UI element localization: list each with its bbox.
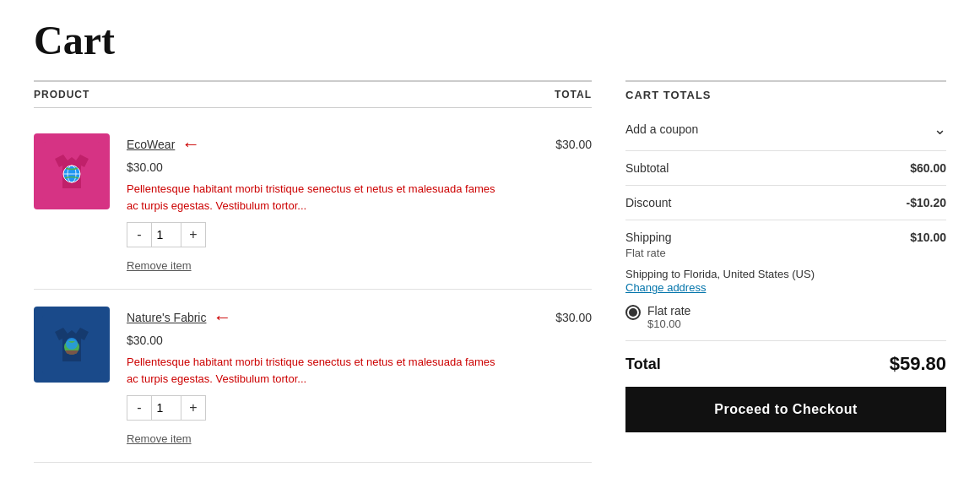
arrow-icon-ecowear: ← bbox=[181, 133, 200, 155]
item-total-natures-fabric: $30.00 bbox=[507, 307, 592, 324]
discount-value: -$10.20 bbox=[907, 196, 946, 209]
shipping-to-text: Shipping to Florida, United States (US) bbox=[625, 268, 946, 280]
qty-increase-natures-fabric[interactable]: + bbox=[181, 396, 205, 420]
item-total-ecowear: $30.00 bbox=[507, 133, 592, 151]
total-label: Total bbox=[625, 356, 661, 373]
flat-rate-option[interactable]: Flat rate $10.00 bbox=[625, 304, 946, 330]
discount-row: Discount -$10.20 bbox=[625, 186, 946, 220]
table-row: EcoWear ← $30.00 Pellentesque habitant m… bbox=[34, 117, 592, 290]
svg-point-6 bbox=[66, 338, 78, 350]
subtotal-label: Subtotal bbox=[625, 161, 669, 175]
page-title: Cart bbox=[34, 17, 946, 63]
product-image-ecowear bbox=[34, 133, 110, 209]
quantity-control-natures-fabric: - + bbox=[127, 395, 206, 421]
flat-rate-option-details: Flat rate $10.00 bbox=[647, 304, 690, 330]
table-row: Nature's Fabric ← $30.00 Pellentesque ha… bbox=[34, 290, 592, 463]
radio-selected-dot bbox=[629, 308, 637, 317]
coupon-label: Add a coupon bbox=[625, 122, 698, 136]
discount-label: Discount bbox=[625, 196, 671, 209]
shipping-row: Shipping Flat rate $10.00 bbox=[625, 231, 946, 259]
cart-totals-section: CART TOTALS Add a coupon ⌄ Subtotal $60.… bbox=[625, 80, 946, 463]
item-details-ecowear: EcoWear ← $30.00 Pellentesque habitant m… bbox=[127, 133, 507, 272]
subtotal-row: Subtotal $60.00 bbox=[625, 151, 946, 186]
remove-item-ecowear[interactable]: Remove item bbox=[127, 259, 192, 272]
chevron-down-icon: ⌄ bbox=[934, 120, 946, 138]
shipping-value: $10.00 bbox=[910, 231, 946, 244]
flat-rate-option-price: $10.00 bbox=[647, 318, 690, 330]
flat-rate-label: Flat rate bbox=[625, 247, 672, 259]
item-desc-ecowear: Pellentesque habitant morbi tristique se… bbox=[127, 181, 507, 214]
shipping-label: Shipping bbox=[625, 231, 672, 244]
cart-totals-header: CART TOTALS bbox=[625, 80, 946, 108]
subtotal-value: $60.00 bbox=[910, 161, 946, 175]
qty-decrease-natures-fabric[interactable]: - bbox=[127, 396, 151, 420]
flat-rate-option-label: Flat rate bbox=[647, 304, 690, 318]
remove-item-natures-fabric[interactable]: Remove item bbox=[127, 432, 192, 445]
item-name-natures-fabric[interactable]: Nature's Fabric bbox=[127, 311, 206, 324]
total-column-header: TOTAL bbox=[507, 89, 592, 100]
arrow-icon-natures-fabric: ← bbox=[213, 307, 231, 328]
product-column-header: PRODUCT bbox=[34, 89, 507, 100]
add-coupon-row[interactable]: Add a coupon ⌄ bbox=[625, 108, 946, 151]
flat-rate-radio[interactable] bbox=[625, 305, 641, 320]
cart-table-header: PRODUCT TOTAL bbox=[34, 80, 592, 108]
shipping-section: Shipping Flat rate $10.00 Shipping to Fl… bbox=[625, 220, 946, 341]
item-desc-natures-fabric: Pellentesque habitant morbi tristique se… bbox=[127, 354, 507, 387]
qty-input-ecowear[interactable] bbox=[151, 223, 181, 247]
item-name-ecowear[interactable]: EcoWear bbox=[127, 138, 175, 151]
qty-increase-ecowear[interactable]: + bbox=[181, 223, 205, 247]
total-row: Total $59.80 bbox=[625, 341, 946, 387]
qty-input-natures-fabric[interactable] bbox=[151, 396, 181, 420]
checkout-button[interactable]: Proceed to Checkout bbox=[625, 387, 946, 432]
qty-decrease-ecowear[interactable]: - bbox=[127, 223, 151, 247]
quantity-control-ecowear: - + bbox=[127, 222, 206, 247]
item-price-ecowear: $30.00 bbox=[127, 160, 507, 174]
product-image-natures-fabric bbox=[34, 307, 110, 383]
item-price-natures-fabric: $30.00 bbox=[127, 334, 507, 347]
cart-items-section: PRODUCT TOTAL bbox=[34, 80, 592, 463]
item-details-natures-fabric: Nature's Fabric ← $30.00 Pellentesque ha… bbox=[127, 307, 507, 445]
total-value: $59.80 bbox=[890, 353, 946, 375]
change-address-link[interactable]: Change address bbox=[625, 281, 706, 294]
